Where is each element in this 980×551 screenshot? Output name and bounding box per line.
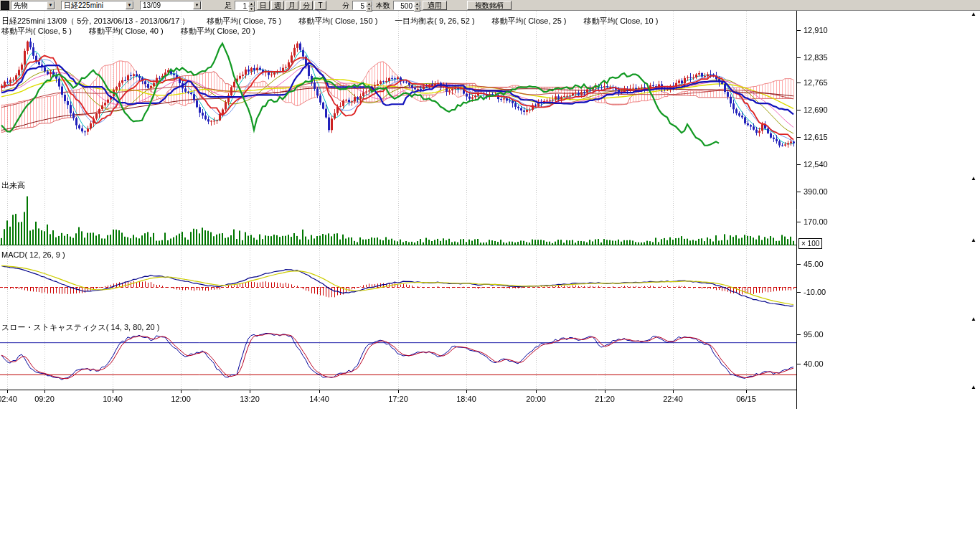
pane-scroll-up-icon[interactable]: ▲: [971, 11, 976, 17]
app-icon: [1, 1, 9, 10]
bar-interval-stepper[interactable]: 1 ▲▼: [235, 1, 255, 10]
category-select-value: 先物: [11, 1, 47, 10]
pane-scroll-up-icon[interactable]: ▲: [971, 385, 976, 390]
bar-count-value: 500: [394, 1, 414, 9]
chevron-down-icon[interactable]: ▼: [47, 1, 55, 9]
chart-canvas[interactable]: [0, 0, 980, 551]
pane-scroll-up-icon[interactable]: ▲: [971, 316, 976, 322]
symbol-select-value: 日経225mini: [62, 1, 126, 10]
period-week-button[interactable]: 週: [271, 1, 284, 10]
period-month-button[interactable]: 月: [286, 1, 298, 10]
period-tick-button[interactable]: T: [314, 1, 326, 10]
chevron-down-icon[interactable]: ▼: [193, 1, 201, 9]
bar-count-stepper[interactable]: 500 ▲▼: [393, 1, 421, 10]
spin-up-icon[interactable]: ▲: [414, 1, 420, 6]
minute-stepper[interactable]: 5 ▲▼: [352, 1, 373, 10]
pane-scroll-up-icon[interactable]: ▲: [971, 176, 976, 182]
spin-up-icon[interactable]: ▲: [248, 1, 255, 6]
bar-interval-value: 1: [235, 1, 248, 9]
spin-down-icon[interactable]: ▼: [414, 6, 420, 11]
contract-select[interactable]: 13/09 ▼: [140, 1, 202, 10]
spin-down-icon[interactable]: ▼: [366, 6, 372, 11]
chart-app-window: 先物 ▼ 日経225mini ▼ 13/09 ▼ 足 1 ▲▼ 日 週 月 分 …: [0, 0, 980, 551]
spin-down-icon[interactable]: ▼: [248, 6, 255, 11]
minute-value: 5: [353, 1, 366, 9]
chevron-down-icon[interactable]: ▼: [126, 1, 133, 9]
symbol-select[interactable]: 日経225mini ▼: [61, 1, 134, 10]
apply-button[interactable]: 適用: [423, 1, 447, 10]
minute-label: 分: [341, 1, 351, 10]
spin-up-icon[interactable]: ▲: [366, 1, 372, 6]
contract-select-value: 13/09: [141, 1, 193, 10]
pane-scroll-up-icon[interactable]: ▲: [971, 237, 976, 243]
bar-count-label: 本数: [374, 1, 392, 10]
period-minute-button[interactable]: 分: [300, 1, 313, 10]
toolbar: 先物 ▼ 日経225mini ▼ 13/09 ▼ 足 1 ▲▼ 日 週 月 分 …: [0, 0, 980, 11]
bar-type-label: 足: [223, 1, 233, 10]
category-select[interactable]: 先物 ▼: [11, 1, 55, 10]
multi-symbol-button[interactable]: 複数銘柄: [467, 1, 512, 10]
period-day-button[interactable]: 日: [257, 1, 270, 10]
